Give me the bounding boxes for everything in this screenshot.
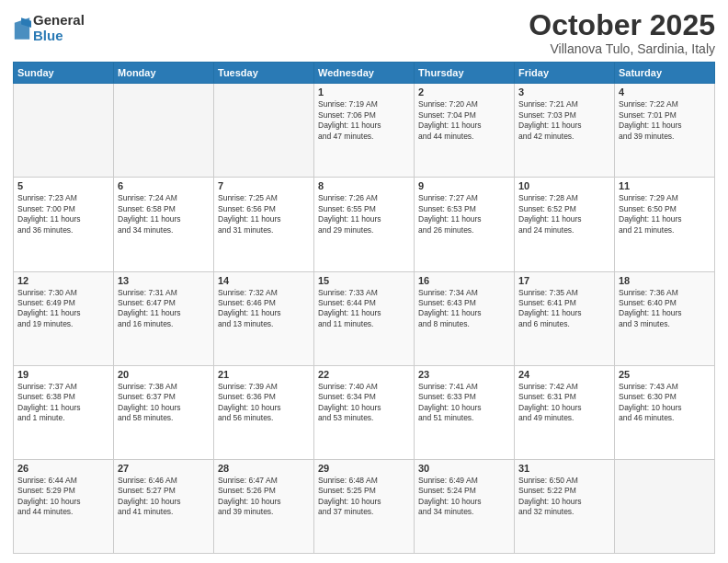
day-number: 12 [17, 275, 109, 286]
col-header-friday: Friday [515, 63, 615, 84]
day-cell [615, 459, 715, 553]
col-header-wednesday: Wednesday [314, 63, 415, 84]
day-info: Sunrise: 7:41 AM Sunset: 6:33 PM Dayligh… [418, 382, 510, 424]
day-cell: 1Sunrise: 7:19 AM Sunset: 7:06 PM Daylig… [314, 84, 415, 178]
day-info: Sunrise: 6:50 AM Sunset: 5:22 PM Dayligh… [518, 476, 610, 518]
day-number: 14 [218, 275, 310, 286]
day-cell: 18Sunrise: 7:36 AM Sunset: 6:40 PM Dayli… [615, 271, 715, 365]
day-info: Sunrise: 7:24 AM Sunset: 6:58 PM Dayligh… [118, 193, 210, 236]
logo-icon [13, 16, 31, 41]
day-cell: 12Sunrise: 7:30 AM Sunset: 6:49 PM Dayli… [14, 271, 114, 365]
day-cell: 25Sunrise: 7:43 AM Sunset: 6:30 PM Dayli… [615, 365, 715, 459]
week-row-2: 5Sunrise: 7:23 AM Sunset: 7:00 PM Daylig… [14, 178, 715, 271]
day-info: Sunrise: 7:38 AM Sunset: 6:37 PM Dayligh… [118, 382, 210, 424]
day-info: Sunrise: 7:19 AM Sunset: 7:06 PM Dayligh… [318, 99, 410, 142]
day-number: 26 [17, 463, 109, 474]
day-cell: 27Sunrise: 6:46 AM Sunset: 5:27 PM Dayli… [114, 459, 214, 553]
day-number: 24 [518, 369, 610, 380]
day-info: Sunrise: 7:33 AM Sunset: 6:44 PM Dayligh… [318, 288, 410, 330]
day-info: Sunrise: 7:29 AM Sunset: 6:50 PM Dayligh… [619, 193, 711, 236]
page: General Blue October 2025 Villanova Tulo… [0, 0, 728, 563]
day-cell: 10Sunrise: 7:28 AM Sunset: 6:52 PM Dayli… [515, 178, 615, 271]
day-info: Sunrise: 7:40 AM Sunset: 6:34 PM Dayligh… [318, 382, 410, 424]
day-cell: 31Sunrise: 6:50 AM Sunset: 5:22 PM Dayli… [515, 459, 615, 553]
day-info: Sunrise: 6:47 AM Sunset: 5:26 PM Dayligh… [218, 476, 310, 518]
day-number: 27 [118, 463, 210, 474]
day-info: Sunrise: 6:44 AM Sunset: 5:29 PM Dayligh… [17, 476, 109, 518]
col-header-thursday: Thursday [415, 63, 515, 84]
calendar-table: SundayMondayTuesdayWednesdayThursdayFrid… [13, 62, 715, 554]
logo-blue-text: Blue [33, 29, 85, 44]
day-cell: 19Sunrise: 7:37 AM Sunset: 6:38 PM Dayli… [14, 365, 114, 459]
day-cell: 21Sunrise: 7:39 AM Sunset: 6:36 PM Dayli… [214, 365, 314, 459]
day-info: Sunrise: 6:48 AM Sunset: 5:25 PM Dayligh… [318, 476, 410, 518]
day-cell: 15Sunrise: 7:33 AM Sunset: 6:44 PM Dayli… [314, 271, 415, 365]
logo-general-text: General [33, 13, 85, 29]
day-cell: 24Sunrise: 7:42 AM Sunset: 6:31 PM Dayli… [515, 365, 615, 459]
logo-text: General Blue [33, 13, 85, 43]
day-info: Sunrise: 7:39 AM Sunset: 6:36 PM Dayligh… [218, 382, 310, 424]
day-number: 7 [218, 180, 310, 191]
day-number: 25 [619, 369, 711, 380]
day-number: 23 [418, 369, 510, 380]
week-row-5: 26Sunrise: 6:44 AM Sunset: 5:29 PM Dayli… [14, 459, 715, 553]
day-cell: 14Sunrise: 7:32 AM Sunset: 6:46 PM Dayli… [214, 271, 314, 365]
col-header-tuesday: Tuesday [214, 63, 314, 84]
col-header-saturday: Saturday [615, 63, 715, 84]
day-number: 18 [619, 275, 711, 286]
day-info: Sunrise: 7:32 AM Sunset: 6:46 PM Dayligh… [218, 288, 310, 330]
day-cell: 28Sunrise: 6:47 AM Sunset: 5:26 PM Dayli… [214, 459, 314, 553]
day-info: Sunrise: 7:30 AM Sunset: 6:49 PM Dayligh… [17, 288, 109, 330]
day-cell: 11Sunrise: 7:29 AM Sunset: 6:50 PM Dayli… [615, 178, 715, 271]
day-info: Sunrise: 7:21 AM Sunset: 7:03 PM Dayligh… [518, 99, 610, 142]
day-number: 28 [218, 463, 310, 474]
day-info: Sunrise: 7:20 AM Sunset: 7:04 PM Dayligh… [418, 99, 510, 142]
day-number: 4 [619, 86, 711, 98]
day-number: 13 [118, 275, 210, 286]
day-info: Sunrise: 7:37 AM Sunset: 6:38 PM Dayligh… [17, 382, 109, 424]
title-block: October 2025 Villanova Tulo, Sardinia, I… [529, 9, 715, 56]
day-number: 29 [318, 463, 410, 474]
day-cell: 16Sunrise: 7:34 AM Sunset: 6:43 PM Dayli… [415, 271, 515, 365]
day-info: Sunrise: 7:25 AM Sunset: 6:56 PM Dayligh… [218, 193, 310, 236]
day-number: 17 [518, 275, 610, 286]
day-cell: 23Sunrise: 7:41 AM Sunset: 6:33 PM Dayli… [415, 365, 515, 459]
day-number: 6 [118, 180, 210, 191]
day-cell [14, 84, 114, 178]
day-number: 22 [318, 369, 410, 380]
day-cell: 20Sunrise: 7:38 AM Sunset: 6:37 PM Dayli… [114, 365, 214, 459]
day-number: 3 [518, 86, 610, 98]
day-number: 16 [418, 275, 510, 286]
day-number: 20 [118, 369, 210, 380]
day-info: Sunrise: 7:43 AM Sunset: 6:30 PM Dayligh… [619, 382, 711, 424]
location-subtitle: Villanova Tulo, Sardinia, Italy [529, 41, 715, 56]
week-row-3: 12Sunrise: 7:30 AM Sunset: 6:49 PM Dayli… [14, 271, 715, 365]
logo: General Blue [13, 13, 85, 43]
week-row-4: 19Sunrise: 7:37 AM Sunset: 6:38 PM Dayli… [14, 365, 715, 459]
header: General Blue October 2025 Villanova Tulo… [13, 9, 715, 56]
day-info: Sunrise: 6:49 AM Sunset: 5:24 PM Dayligh… [418, 476, 510, 518]
day-info: Sunrise: 7:31 AM Sunset: 6:47 PM Dayligh… [118, 288, 210, 330]
day-cell: 29Sunrise: 6:48 AM Sunset: 5:25 PM Dayli… [314, 459, 415, 553]
col-header-monday: Monday [114, 63, 214, 84]
col-header-sunday: Sunday [14, 63, 114, 84]
day-cell [114, 84, 214, 178]
day-number: 19 [17, 369, 109, 380]
day-cell: 5Sunrise: 7:23 AM Sunset: 7:00 PM Daylig… [14, 178, 114, 271]
day-info: Sunrise: 7:27 AM Sunset: 6:53 PM Dayligh… [418, 193, 510, 236]
day-info: Sunrise: 7:28 AM Sunset: 6:52 PM Dayligh… [518, 193, 610, 236]
day-number: 5 [17, 180, 109, 191]
day-cell: 13Sunrise: 7:31 AM Sunset: 6:47 PM Dayli… [114, 271, 214, 365]
day-info: Sunrise: 7:42 AM Sunset: 6:31 PM Dayligh… [518, 382, 610, 424]
day-number: 21 [218, 369, 310, 380]
day-number: 11 [619, 180, 711, 191]
day-cell: 17Sunrise: 7:35 AM Sunset: 6:41 PM Dayli… [515, 271, 615, 365]
day-info: Sunrise: 7:34 AM Sunset: 6:43 PM Dayligh… [418, 288, 510, 330]
day-number: 8 [318, 180, 410, 191]
day-cell: 4Sunrise: 7:22 AM Sunset: 7:01 PM Daylig… [615, 84, 715, 178]
month-title: October 2025 [529, 9, 715, 41]
day-number: 31 [518, 463, 610, 474]
day-info: Sunrise: 7:35 AM Sunset: 6:41 PM Dayligh… [518, 288, 610, 330]
day-cell: 30Sunrise: 6:49 AM Sunset: 5:24 PM Dayli… [415, 459, 515, 553]
day-cell: 9Sunrise: 7:27 AM Sunset: 6:53 PM Daylig… [415, 178, 515, 271]
